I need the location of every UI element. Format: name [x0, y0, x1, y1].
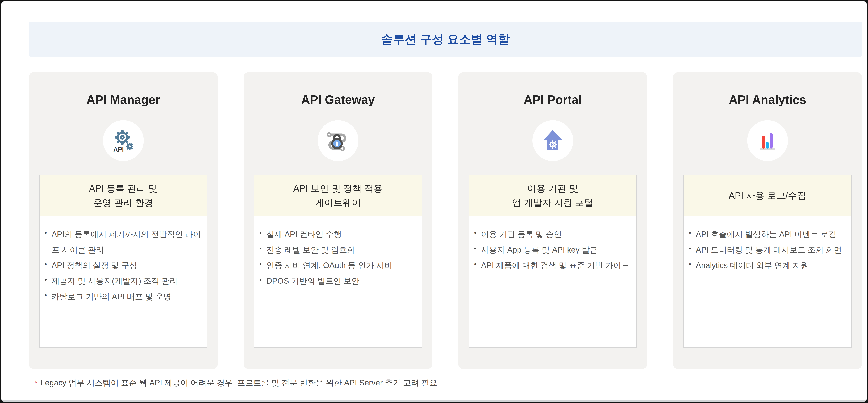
box-body: API 호출에서 발생하는 API 이벤트 로깅API 모니터링 및 통계 대시… — [683, 217, 851, 348]
icon-circle — [532, 120, 573, 161]
api-gears-icon: API — [110, 128, 136, 154]
window-bottom-strip — [1, 400, 867, 402]
icon-circle: API — [103, 120, 144, 161]
card-api-gateway: API Gateway API 보안 및 정책 적용게이트웨이 실제 API 런… — [244, 72, 432, 369]
card-title: API Analytics — [673, 92, 862, 107]
bullet-item: 사용자 App 등록 및 API key 발급 — [481, 242, 631, 258]
page-title: 솔루션 구성 요소별 역할 — [381, 31, 510, 47]
card-title: API Manager — [29, 92, 218, 107]
info-box: API 등록 관리 및운영 관리 환경 API의 등록에서 폐기까지의 전반적인… — [39, 175, 207, 348]
gateway-lock-icon — [325, 128, 351, 154]
bullet-item: 카탈로그 기반의 API 배포 및 운영 — [52, 289, 202, 305]
box-heading-line: API 등록 관리 및 — [89, 181, 158, 196]
box-heading-line: API 사용 로그/수집 — [728, 189, 806, 203]
box-body: 이용 기관 등록 및 승인사용자 App 등록 및 API key 발급API … — [469, 217, 637, 348]
box-heading-line: 이용 기관 및 — [527, 181, 578, 196]
bullet-item: 전송 레벨 보안 및 암호화 — [266, 242, 416, 258]
box-heading: 이용 기관 및앱 개발자 지원 포털 — [469, 175, 637, 217]
card-api-manager: API Manager — [29, 72, 218, 369]
box-heading-line: API 보안 및 정책 적용 — [293, 181, 383, 196]
info-box: API 보안 및 정책 적용게이트웨이 실제 API 런타임 수행전송 레벨 보… — [254, 175, 422, 348]
box-body: 실제 API 런타임 수행전송 레벨 보안 및 암호화인증 서버 연계, OAu… — [254, 217, 422, 348]
bullet-item: API 호출에서 발생하는 API 이벤트 로깅 — [696, 227, 846, 242]
info-box: API 사용 로그/수집 API 호출에서 발생하는 API 이벤트 로깅API… — [683, 175, 851, 348]
info-box: 이용 기관 및앱 개발자 지원 포털 이용 기관 등록 및 승인사용자 App … — [469, 175, 637, 348]
app-window: 솔루션 구성 요소별 역할 API Manager — [1, 1, 867, 402]
bullet-item: 이용 기관 등록 및 승인 — [481, 227, 631, 242]
bullet-list: 이용 기관 등록 및 승인사용자 App 등록 및 API key 발급API … — [473, 227, 631, 273]
portal-house-icon — [540, 128, 566, 154]
api-icon-label: API — [113, 146, 124, 153]
bullet-item: API 정책의 설정 및 구성 — [52, 258, 202, 273]
bullet-item: 제공자 및 사용자(개발자) 조직 관리 — [52, 273, 202, 289]
bullet-item: API 모니터링 및 통계 대시보드 조회 화면 — [696, 242, 846, 258]
box-heading-line: 게이트웨이 — [315, 196, 361, 210]
bullet-item: 실제 API 런타임 수행 — [266, 227, 416, 242]
box-heading-line: 앱 개발자 지원 포털 — [512, 196, 593, 210]
icon-circle — [747, 120, 788, 161]
analytics-bars-icon — [754, 128, 780, 154]
box-heading-line: 운영 관리 환경 — [93, 196, 153, 210]
box-heading: API 보안 및 정책 적용게이트웨이 — [254, 175, 422, 217]
bullet-list: API의 등록에서 폐기까지의 전반적인 라이프 사이클 관리API 정책의 설… — [43, 227, 202, 304]
card-title: API Gateway — [244, 92, 432, 107]
bullet-item: Analytics 데이터 외부 연계 지원 — [696, 258, 846, 273]
bullet-item: DPOS 기반의 빌트인 보안 — [266, 273, 416, 289]
box-body: API의 등록에서 폐기까지의 전반적인 라이프 사이클 관리API 정책의 설… — [39, 217, 207, 348]
box-heading: API 등록 관리 및운영 관리 환경 — [39, 175, 207, 217]
box-heading: API 사용 로그/수집 — [683, 175, 851, 217]
card-api-portal: API Portal — [458, 72, 647, 369]
bullet-item: API의 등록에서 폐기까지의 전반적인 라이프 사이클 관리 — [52, 227, 202, 258]
footnote-asterisk: * — [34, 378, 37, 387]
card-api-analytics: API Analytics API 사용 로그/수집 API 호출에서 발생하는… — [673, 72, 862, 369]
section-header: 솔루션 구성 요소별 역할 — [29, 22, 862, 57]
bullet-item: API 제품에 대한 검색 및 표준 기반 가이드 — [481, 258, 631, 273]
icon-circle — [318, 120, 359, 161]
bullet-list: API 호출에서 발생하는 API 이벤트 로깅API 모니터링 및 통계 대시… — [688, 227, 846, 273]
cards-row: API Manager — [29, 72, 862, 369]
bullet-list: 실제 API 런타임 수행전송 레벨 보안 및 암호화인증 서버 연계, OAu… — [258, 227, 416, 289]
card-title: API Portal — [458, 92, 647, 107]
bullet-item: 인증 서버 연계, OAuth 등 인가 서버 — [266, 258, 416, 273]
footnote-text: Legacy 업무 시스템이 표준 웹 API 제공이 어려운 경우, 프로토콜… — [41, 378, 437, 387]
footnote: *Legacy 업무 시스템이 표준 웹 API 제공이 어려운 경우, 프로토… — [34, 378, 437, 388]
